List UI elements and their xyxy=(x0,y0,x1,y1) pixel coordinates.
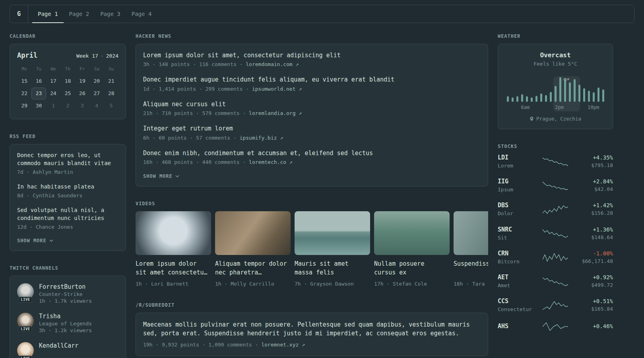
video-title[interactable]: Mauris sit amet massa felis xyxy=(295,260,370,277)
hackernews-item-domain[interactable]: loremtech.co ↗ xyxy=(249,159,293,165)
page-tab[interactable]: Page 3 xyxy=(95,5,126,23)
twitch-channel-row[interactable]: LIVE ForrestBurton Counter-Strike 1h · 1… xyxy=(17,283,118,304)
video-card[interactable]: Mauris sit amet massa felis 7h · Grayson… xyxy=(295,211,370,288)
hackernews-widget: HACKER NEWS Lorem ipsum dolor sit amet, … xyxy=(136,33,488,187)
stock-ticker[interactable]: CRN xyxy=(498,250,537,257)
weather-bar xyxy=(583,88,585,102)
video-thumbnail[interactable] xyxy=(136,211,211,255)
hackernews-item-meta: 1d · 1,414 points · 299 comments · ipsum… xyxy=(143,86,481,93)
stock-change: +1.42% xyxy=(574,202,613,208)
page-tab-label: Page 2 xyxy=(69,11,89,17)
calendar-day: 21 xyxy=(104,75,118,87)
rss-item[interactable]: In hac habitasse platea 8d · Cynthia Sau… xyxy=(17,183,118,199)
subreddit-post-domain[interactable]: loremnet.xyz ↗ xyxy=(261,342,305,348)
page-tab[interactable]: Page 1 xyxy=(32,5,64,23)
video-card[interactable]: Nullam posuere cursus ex 17h · Stefan Co… xyxy=(374,211,450,288)
rss-item[interactable]: Sed volutpat nulla nisl, a condimentum n… xyxy=(17,206,118,231)
video-card[interactable]: Aliquam tempor dolor nec pharetra… 1h · … xyxy=(215,211,291,288)
hackernews-item-title[interactable]: Lorem ipsum dolor sit amet, consectetur … xyxy=(143,51,481,60)
stock-ticker[interactable]: LDI xyxy=(498,154,537,161)
weather-bar xyxy=(597,88,599,102)
hackernews-item-domain[interactable]: loremdomain.com ↗ xyxy=(246,61,299,67)
video-title[interactable]: Nullam posuere cursus ex xyxy=(374,260,450,277)
stock-ticker[interactable]: CCS xyxy=(498,298,537,305)
weather-widget: WEATHER Overcast Feels like 5°C 9° xyxy=(498,33,613,129)
hackernews-item-title[interactable]: Aliquam nec cursus elit xyxy=(143,100,481,109)
hackernews-item[interactable]: Donec imperdiet augue tincidunt felis al… xyxy=(143,76,481,92)
stock-price: $42.04 xyxy=(574,186,613,193)
hackernews-item[interactable]: Aliquam nec cursus elit 21h · 710 points… xyxy=(143,100,481,117)
twitch-card: LIVE ForrestBurton Counter-Strike 1h · 1… xyxy=(10,276,126,358)
hackernews-item-domain[interactable]: ipsumify.biz ↗ xyxy=(240,135,283,141)
stock-ticker[interactable]: AHS xyxy=(498,323,537,330)
weather-bar-slot xyxy=(577,85,582,102)
video-meta: 18h · Tara xyxy=(454,280,488,288)
twitch-channel-name[interactable]: Trisha xyxy=(39,313,92,320)
twitch-channel-name[interactable]: KendallCarr xyxy=(39,342,78,349)
app-logo[interactable]: G xyxy=(10,5,28,23)
hackernews-item-title[interactable]: Donec enim nibh, condimentum et accumsan… xyxy=(143,149,481,158)
stock-row[interactable]: LDI Lorem +4.35% $795.18 xyxy=(498,154,613,169)
stock-change: +4.35% xyxy=(574,154,613,161)
video-card[interactable]: Suspendisse diam 18h · Tara xyxy=(454,211,488,288)
hackernews-item[interactable]: Integer eget rutrum lorem 6h · 60 points… xyxy=(143,125,481,141)
video-thumbnail[interactable] xyxy=(295,211,370,255)
calendar-day: 18 xyxy=(60,75,75,87)
twitch-channel-row[interactable]: LIVE KendallCarr xyxy=(17,342,118,358)
stock-row[interactable]: AET Amet +0.92% $499.72 xyxy=(498,274,613,289)
calendar-day: 26 xyxy=(75,88,89,99)
stock-row[interactable]: IIG Ipsum +2.84% $42.04 xyxy=(498,178,613,193)
weather-bar-slot xyxy=(567,82,572,102)
stock-row[interactable]: SNRC Sit +1.36% $148.64 xyxy=(498,226,613,241)
section-title-stocks: STOCKS xyxy=(498,144,613,149)
rss-show-more-button[interactable]: SHOW MORE xyxy=(17,238,53,243)
section-title-calendar: CALENDAR xyxy=(10,33,126,39)
rss-item[interactable]: Donec tempor eros leo, ut commodo mauris… xyxy=(17,152,118,176)
hackernews-item-domain[interactable]: loremlandia.org ↗ xyxy=(249,110,302,116)
subreddit-post-title[interactable]: Maecenas mollis pulvinar erat non posuer… xyxy=(143,320,481,338)
hackernews-item[interactable]: Donec enim nibh, condimentum et accumsan… xyxy=(143,149,481,166)
stock-ticker[interactable]: IIG xyxy=(498,178,537,185)
video-thumbnail[interactable] xyxy=(374,211,450,255)
rss-item-title[interactable]: In hac habitasse platea xyxy=(17,183,118,191)
page-tab[interactable]: Page 4 xyxy=(126,5,157,23)
stock-ticker[interactable]: DBS xyxy=(498,202,537,209)
twitch-channel-row[interactable]: LIVE Trisha League of Legends 3h · 1.2k … xyxy=(17,313,118,333)
video-title[interactable]: Suspendisse diam xyxy=(454,260,488,277)
video-title[interactable]: Lorem ipsum dolor sit amet consectetu… xyxy=(136,260,211,277)
calendar-week-number: Week 17 xyxy=(76,53,98,59)
subreddit-card: Maecenas mollis pulvinar erat non posuer… xyxy=(136,313,488,356)
hackernews-item-title[interactable]: Integer eget rutrum lorem xyxy=(143,125,481,133)
stock-values: +2.84% $42.04 xyxy=(574,178,613,193)
stock-row[interactable]: CCS Consectetur +0.51% $165.84 xyxy=(498,298,613,313)
twitch-channel-name[interactable]: ForrestBurton xyxy=(39,283,92,290)
video-title[interactable]: Aliquam tempor dolor nec pharetra… xyxy=(215,260,291,277)
stock-change: +0.46% xyxy=(574,323,613,329)
stock-values: +1.36% $148.64 xyxy=(574,226,613,241)
stock-change: +1.36% xyxy=(574,226,613,233)
page-tab[interactable]: Page 2 xyxy=(64,5,95,23)
weather-location-text: Prague, Czechia xyxy=(536,116,581,122)
hackernews-item[interactable]: Lorem ipsum dolor sit amet, consectetur … xyxy=(143,51,481,68)
stock-name: Ipsum xyxy=(498,186,537,193)
video-card[interactable]: Lorem ipsum dolor sit amet consectetu… 1… xyxy=(136,211,211,288)
stock-row[interactable]: AHS +0.46% xyxy=(498,321,613,332)
weather-feels-like: Feels like 5°C xyxy=(505,61,605,67)
weather-bar-slot xyxy=(510,97,515,102)
video-thumbnail[interactable] xyxy=(454,211,488,255)
hackernews-show-more-button[interactable]: SHOW MORE xyxy=(143,173,179,179)
subreddit-post[interactable]: Maecenas mollis pulvinar erat non posuer… xyxy=(143,320,481,348)
rss-item-title[interactable]: Sed volutpat nulla nisl, a condimentum n… xyxy=(17,206,118,222)
stock-ticker[interactable]: SNRC xyxy=(498,226,537,233)
rss-item-title[interactable]: Donec tempor eros leo, ut commodo mauris… xyxy=(17,152,118,167)
hackernews-item-title[interactable]: Donec imperdiet augue tincidunt felis al… xyxy=(143,76,481,84)
stock-row[interactable]: DBS Dolor +1.42% $156.28 xyxy=(498,202,613,217)
video-thumbnail[interactable] xyxy=(215,211,291,255)
stock-price: $148.64 xyxy=(574,234,613,241)
section-title-subreddit: /R/SUBREDDIT xyxy=(136,302,488,308)
twitch-widget: TWITCH CHANNELS LIVE ForrestBurton Count… xyxy=(10,265,126,358)
hackernews-item-domain[interactable]: ipsumworld.net ↗ xyxy=(252,86,302,92)
section-title-twitch: TWITCH CHANNELS xyxy=(10,265,126,271)
stock-row[interactable]: CRN Bitcorn -1.00% $66,171.48 xyxy=(498,250,613,265)
stock-ticker[interactable]: AET xyxy=(498,274,537,281)
